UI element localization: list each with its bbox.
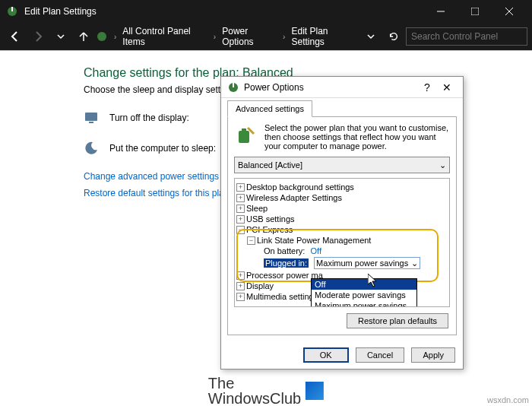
expand-icon[interactable]: + xyxy=(236,282,245,290)
svg-rect-8 xyxy=(89,122,93,123)
restore-defaults-button[interactable]: Restore plan defaults xyxy=(347,313,448,328)
up-button[interactable] xyxy=(73,26,94,47)
site-watermark: wsxdn.com xyxy=(487,395,529,404)
refresh-button[interactable] xyxy=(383,26,404,47)
dialog-description: Select the power plan that you want to c… xyxy=(264,123,450,151)
power-icon xyxy=(96,30,108,43)
help-button[interactable]: ? xyxy=(417,81,437,94)
svg-rect-11 xyxy=(239,131,249,143)
svg-rect-7 xyxy=(85,113,97,121)
dropdown-option-maximum[interactable]: Maximum power savings xyxy=(312,300,416,307)
dialog-titlebar: Power Options ? ✕ xyxy=(221,77,463,98)
navbar: › All Control Panel Items › Power Option… xyxy=(0,23,532,50)
window-title: Edit Plan Settings xyxy=(24,6,423,17)
tree-sleep[interactable]: Sleep xyxy=(246,204,268,213)
collapse-icon[interactable]: − xyxy=(247,236,255,245)
tree-display[interactable]: Display xyxy=(246,281,274,290)
tree-pci-express[interactable]: PCI Express xyxy=(246,225,293,234)
chevron-down-icon: ⌄ xyxy=(439,160,446,170)
power-icon xyxy=(227,81,239,94)
back-button[interactable] xyxy=(5,26,26,47)
expand-icon[interactable]: + xyxy=(236,205,245,213)
svg-rect-1 xyxy=(11,7,13,11)
breadcrumb[interactable]: › All Control Panel Items › Power Option… xyxy=(109,26,359,47)
forward-button[interactable] xyxy=(27,26,49,47)
close-button[interactable] xyxy=(492,0,526,23)
expand-icon[interactable]: + xyxy=(236,215,245,224)
svg-point-6 xyxy=(97,32,106,41)
tree-usb[interactable]: USB settings xyxy=(246,214,295,224)
recent-dropdown[interactable] xyxy=(50,26,71,47)
svg-rect-12 xyxy=(242,128,246,131)
power-icon xyxy=(6,5,18,17)
plan-select-value: Balanced [Active] xyxy=(238,160,302,170)
battery-icon xyxy=(234,123,258,147)
plugged-in-label: Plugged in: xyxy=(264,259,309,268)
power-options-dialog: Power Options ? ✕ Advanced settings Sele… xyxy=(220,76,464,370)
cancel-button[interactable]: Cancel xyxy=(356,347,404,363)
tree-link-state[interactable]: Link State Power Management xyxy=(257,236,371,245)
expand-icon[interactable]: + xyxy=(236,183,245,192)
apply-button[interactable]: Apply xyxy=(411,347,455,363)
chevron-right-icon: › xyxy=(280,33,288,41)
plugged-in-combo[interactable]: Maximum power savings⌄ xyxy=(314,257,420,269)
tab-panel: Select the power plan that you want to c… xyxy=(227,116,457,335)
expand-icon[interactable]: + xyxy=(236,194,245,202)
on-battery-value[interactable]: Off xyxy=(310,246,321,255)
crumb-power-options[interactable]: Power Options xyxy=(222,26,277,47)
expand-icon[interactable]: + xyxy=(236,271,245,280)
plugged-in-dropdown[interactable]: Off Moderate power savings Maximum power… xyxy=(311,278,417,307)
plan-select[interactable]: Balanced [Active] ⌄ xyxy=(234,157,450,173)
collapse-icon[interactable]: − xyxy=(236,226,245,234)
tab-advanced-settings[interactable]: Advanced settings xyxy=(227,100,312,117)
chevron-right-icon: › xyxy=(211,33,219,41)
display-icon xyxy=(84,110,99,125)
tree-multimedia[interactable]: Multimedia settings xyxy=(246,292,318,301)
dialog-buttons: OK Cancel Apply xyxy=(221,341,463,369)
maximize-button[interactable] xyxy=(458,0,492,23)
search-input[interactable] xyxy=(406,27,527,46)
tree-wireless[interactable]: Wireless Adapter Settings xyxy=(246,193,342,202)
chevron-down-icon: ⌄ xyxy=(411,259,418,268)
dialog-title: Power Options xyxy=(244,82,417,93)
ok-button[interactable]: OK xyxy=(303,347,349,363)
on-battery-label: On battery: xyxy=(264,246,305,255)
chevron-right-icon[interactable]: › xyxy=(111,33,119,41)
svg-rect-10 xyxy=(233,83,234,87)
settings-tree[interactable]: +Desktop background settings +Wireless A… xyxy=(234,178,450,307)
expand-icon[interactable]: + xyxy=(236,293,245,301)
crumb-all-items[interactable]: All Control Panel Items xyxy=(122,26,207,47)
tree-desktop-bg[interactable]: Desktop background settings xyxy=(246,182,354,192)
dropdown-option-off[interactable]: Off xyxy=(312,279,416,290)
dialog-close-button[interactable]: ✕ xyxy=(437,81,457,94)
row-label: Turn off the display: xyxy=(109,113,189,123)
crumb-edit-plan[interactable]: Edit Plan Settings xyxy=(291,26,357,47)
svg-rect-3 xyxy=(471,8,479,15)
row-label: Put the computer to sleep: xyxy=(109,143,216,154)
sleep-icon xyxy=(84,141,99,156)
address-dropdown[interactable] xyxy=(360,26,382,47)
titlebar: Edit Plan Settings xyxy=(0,0,532,23)
dropdown-option-moderate[interactable]: Moderate power savings xyxy=(312,290,416,300)
minimize-button[interactable] xyxy=(423,0,458,23)
